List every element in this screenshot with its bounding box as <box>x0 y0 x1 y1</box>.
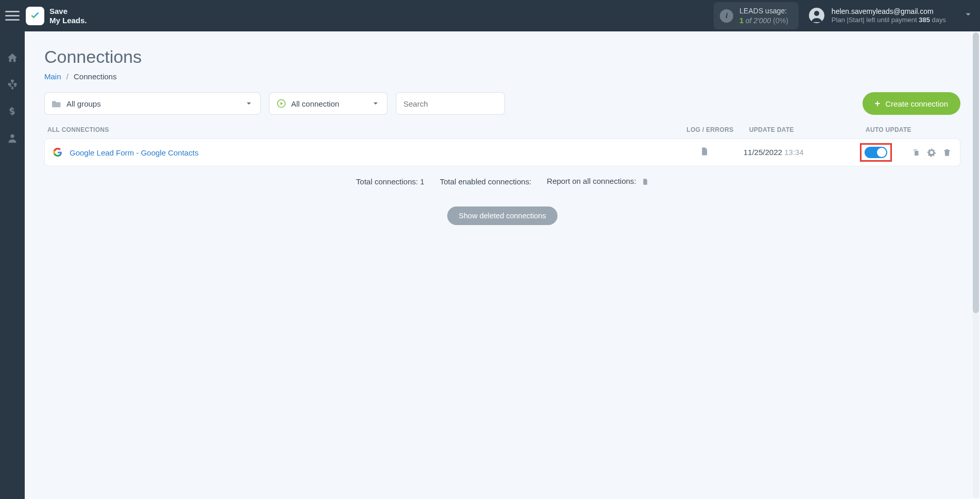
gear-icon[interactable] <box>927 148 936 157</box>
user-text: helen.savemyleads@gmail.com Plan |Start|… <box>832 7 946 25</box>
connections-icon[interactable] <box>7 79 18 90</box>
chevron-down-icon <box>371 99 380 108</box>
svg-rect-2 <box>11 80 14 82</box>
total-enabled: Total enabled connections: <box>440 177 532 186</box>
check-icon <box>29 10 41 22</box>
user-email: helen.savemyleads@gmail.com <box>832 7 946 16</box>
account-icon[interactable] <box>7 132 18 144</box>
breadcrumb-home[interactable]: Main <box>44 72 61 81</box>
leads-title: LEADS usage: <box>739 6 788 16</box>
date-value: 11/25/2022 <box>744 148 782 157</box>
copy-icon[interactable] <box>911 148 921 157</box>
user-menu[interactable]: helen.savemyleads@gmail.com Plan |Start|… <box>809 7 973 25</box>
filters-row: All groups All connection + Create conne… <box>44 92 960 115</box>
chevron-down-icon <box>245 99 253 108</box>
create-label: Create connection <box>885 99 948 108</box>
search-input[interactable] <box>403 99 497 108</box>
leads-usage-badge[interactable]: i LEADS usage: 1 of 2'000 (0%) <box>714 2 799 30</box>
col-auto: AUTO UPDATE <box>854 126 957 133</box>
log-icon[interactable] <box>700 146 709 157</box>
topbar: Save My Leads i LEADS usage: 1 of 2'000 … <box>0 0 980 31</box>
main-content: Connections Main / Connections All group… <box>25 31 980 499</box>
plan-mid: | left until payment <box>863 16 919 24</box>
svg-rect-4 <box>14 83 17 85</box>
leads-used: 1 <box>739 16 744 25</box>
billing-icon[interactable] <box>7 106 18 117</box>
summary-row: Total connections: 1 Total enabled conne… <box>44 177 960 186</box>
leads-pct: (0%) <box>773 16 788 25</box>
chevron-down-icon <box>964 10 973 21</box>
play-circle-icon <box>277 99 286 108</box>
leads-of: of <box>746 16 752 25</box>
leads-limit: 2'000 <box>754 16 771 25</box>
svg-point-1 <box>814 11 819 16</box>
app-logo[interactable] <box>26 7 44 25</box>
total-connections: Total connections: 1 <box>356 177 425 186</box>
report-all: Report on all connections: <box>547 177 649 186</box>
plan-days-suffix: days <box>930 16 946 24</box>
home-icon[interactable] <box>7 52 18 63</box>
plan-prefix: Plan | <box>832 16 849 24</box>
breadcrumb: Main / Connections <box>44 72 960 81</box>
leads-usage-text: LEADS usage: 1 of 2'000 (0%) <box>739 6 788 26</box>
time-value: 13:34 <box>784 148 804 157</box>
brand-text: Save My Leads <box>49 7 87 25</box>
svg-point-5 <box>10 134 14 138</box>
breadcrumb-sep: / <box>66 72 69 81</box>
sidebar <box>0 31 25 499</box>
plus-icon: + <box>875 99 881 108</box>
breadcrumb-current: Connections <box>74 72 116 81</box>
col-date: UPDATE DATE <box>741 126 854 133</box>
groups-select[interactable]: All groups <box>44 92 261 115</box>
user-plan: Plan |Start| left until payment 385 days <box>832 16 946 25</box>
report-label: Report on all connections: <box>547 177 636 185</box>
auto-update-toggle[interactable] <box>865 147 887 158</box>
create-connection-button[interactable]: + Create connection <box>863 92 960 115</box>
brand-line2: My Leads <box>49 16 87 25</box>
row-actions <box>911 148 952 157</box>
table-header: ALL CONNECTIONS LOG / ERRORS UPDATE DATE… <box>44 126 960 139</box>
svg-rect-3 <box>8 83 11 85</box>
groups-label: All groups <box>66 99 101 108</box>
row-date: 11/25/2022 13:34 <box>744 148 804 157</box>
brand-line1: Save <box>49 7 87 15</box>
col-all: ALL CONNECTIONS <box>47 126 679 133</box>
page-title: Connections <box>44 47 960 67</box>
menu-toggle-button[interactable] <box>5 9 20 23</box>
connection-status-select[interactable]: All connection <box>269 92 387 115</box>
avatar-icon <box>809 8 824 23</box>
col-log: LOG / ERRORS <box>679 126 741 133</box>
plan-days: 385 <box>919 16 930 24</box>
google-icon <box>53 148 62 157</box>
total-value: 1 <box>420 177 424 186</box>
show-deleted-button[interactable]: Show deleted connections <box>447 207 557 225</box>
conn-label: All connection <box>291 99 339 108</box>
scrollbar[interactable] <box>972 31 980 499</box>
auto-update-highlight <box>860 143 892 162</box>
total-label: Total connections: <box>356 177 420 186</box>
info-icon: i <box>720 9 733 23</box>
plan-name: Start <box>849 16 863 24</box>
table-row: Google Lead Form - Google Contacts 11/25… <box>44 139 960 166</box>
trash-icon[interactable] <box>942 148 952 157</box>
folder-icon <box>52 100 61 108</box>
search-input-wrapper[interactable] <box>396 92 505 115</box>
report-icon[interactable] <box>641 178 649 186</box>
connection-link[interactable]: Google Lead Form - Google Contacts <box>70 148 198 157</box>
